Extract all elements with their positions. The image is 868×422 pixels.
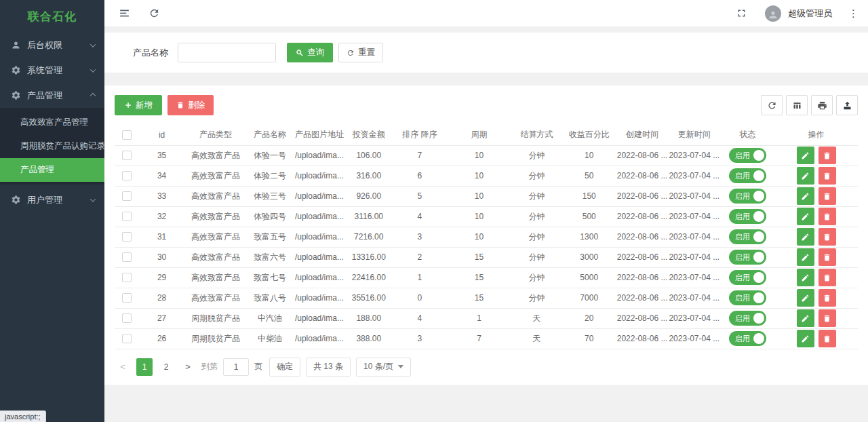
reset-button[interactable]: 重置 <box>338 43 383 62</box>
row-checkbox[interactable] <box>122 293 132 303</box>
table-header-cell[interactable]: 排序 降序 <box>393 125 447 145</box>
trash-icon <box>823 294 831 303</box>
sidebar-item-backend-permissions[interactable]: 后台权限 <box>0 33 104 58</box>
status-toggle[interactable]: 启用 <box>729 270 766 285</box>
status-toggle[interactable]: 启用 <box>729 250 766 265</box>
table-header-cell[interactable]: 状态 <box>720 125 774 145</box>
page-button-2[interactable]: 2 <box>158 358 174 376</box>
edit-row-button[interactable] <box>797 167 814 185</box>
page-unit-label: 页 <box>254 361 262 372</box>
status-toggle[interactable]: 启用 <box>729 189 766 204</box>
table-cell-sort: 5 <box>393 186 447 206</box>
add-button[interactable]: 新增 <box>115 95 162 115</box>
edit-row-button[interactable] <box>797 309 814 327</box>
table-header-cell[interactable]: 投资金额 <box>345 125 393 145</box>
select-all-checkbox[interactable] <box>122 130 132 140</box>
delete-row-button[interactable] <box>818 208 836 225</box>
table-header-cell[interactable]: 结算方式 <box>511 125 562 145</box>
row-checkbox[interactable] <box>122 232 132 242</box>
status-toggle[interactable]: 启用 <box>729 168 766 183</box>
sidebar-item-user-management[interactable]: 用户管理 <box>0 187 104 212</box>
table-header-cell[interactable]: 周期 <box>447 125 511 145</box>
status-toggle[interactable]: 启用 <box>729 311 766 326</box>
status-toggle[interactable]: 启用 <box>729 209 766 224</box>
row-checkbox[interactable] <box>122 191 132 201</box>
row-checkbox-cell <box>115 145 138 166</box>
row-checkbox[interactable] <box>122 334 132 343</box>
page-button-1[interactable]: 1 <box>136 358 153 376</box>
edit-row-button[interactable] <box>797 208 814 225</box>
row-checkbox[interactable] <box>122 212 132 221</box>
edit-row-button[interactable] <box>797 269 814 286</box>
goto-confirm-button[interactable]: 确定 <box>269 358 300 377</box>
export-button[interactable] <box>836 95 858 115</box>
edit-row-button[interactable] <box>797 187 814 205</box>
actions-cell <box>774 227 858 247</box>
sidebar-item-product-management[interactable]: 产品管理 <box>0 83 104 108</box>
delete-row-button[interactable] <box>818 330 836 347</box>
sidebar-item-product-management-active[interactable]: 产品管理 <box>0 158 104 182</box>
delete-row-button[interactable] <box>818 248 836 266</box>
username-label[interactable]: 超级管理员 <box>788 7 832 20</box>
row-checkbox[interactable] <box>122 313 132 323</box>
row-checkbox[interactable] <box>122 252 132 262</box>
status-toggle[interactable]: 启用 <box>729 148 766 163</box>
table-cell-percent: 50 <box>562 166 616 186</box>
edit-row-button[interactable] <box>797 147 814 164</box>
product-name-input[interactable] <box>178 43 276 62</box>
table-refresh-button[interactable] <box>761 95 783 115</box>
table-cell-amount: 388.00 <box>345 328 393 349</box>
table-header-cell[interactable]: 更新时间 <box>668 125 720 145</box>
delete-row-button[interactable] <box>818 228 836 246</box>
delete-button[interactable]: 删除 <box>167 95 214 115</box>
refresh-icon[interactable] <box>148 7 160 20</box>
table-cell-sort: 7 <box>393 145 447 166</box>
table-cell-sort: 4 <box>393 206 447 227</box>
row-checkbox[interactable] <box>122 273 132 282</box>
delete-row-button[interactable] <box>818 269 836 286</box>
status-toggle[interactable]: 启用 <box>729 229 766 244</box>
table-header-cell[interactable]: 创建时间 <box>616 125 669 145</box>
row-checkbox[interactable] <box>122 171 132 180</box>
table-cell-name: 体验三号 <box>246 186 294 206</box>
edit-row-button[interactable] <box>797 330 814 347</box>
table-cell-amount: 22416.00 <box>345 267 393 288</box>
collapse-sidebar-icon[interactable] <box>118 7 130 20</box>
delete-row-button[interactable] <box>818 309 836 327</box>
actions-cell <box>774 247 858 267</box>
table-cell-amount: 13316.00 <box>345 247 393 267</box>
delete-row-button[interactable] <box>818 187 836 205</box>
status-toggle[interactable]: 启用 <box>729 331 766 346</box>
per-page-select[interactable]: 10 条/页 <box>356 358 411 377</box>
table-cell-updated: 2023-07-04 ... <box>668 328 720 349</box>
pencil-icon <box>801 212 810 221</box>
sidebar-item-system-management[interactable]: 系统管理 <box>0 58 104 83</box>
sidebar-item-cycle-purchase-records[interactable]: 周期脱贫产品认购记录 <box>0 134 104 158</box>
next-page-button[interactable]: > <box>180 358 196 376</box>
table-header-cell[interactable]: 产品图片地址 <box>294 125 345 145</box>
table-header-cell[interactable]: 操作 <box>774 125 858 145</box>
row-checkbox[interactable] <box>122 151 132 160</box>
status-toggle[interactable]: 启用 <box>729 290 766 305</box>
delete-row-button[interactable] <box>818 289 836 307</box>
goto-page-input[interactable] <box>223 358 249 376</box>
edit-row-button[interactable] <box>797 289 814 307</box>
fullscreen-icon[interactable] <box>735 7 747 20</box>
prev-page-button[interactable]: < <box>115 358 131 376</box>
table-header-cell[interactable]: 产品类型 <box>185 125 246 145</box>
table-header-cell[interactable]: 收益百分比 <box>562 125 616 145</box>
kebab-menu-icon[interactable]: ⋮ <box>848 7 859 20</box>
table-header-cell[interactable]: 产品名称 <box>246 125 294 145</box>
avatar[interactable] <box>765 5 781 22</box>
table-header-cell[interactable]: id <box>138 125 185 145</box>
status-cell: 启用 <box>720 145 774 166</box>
status-cell: 启用 <box>720 308 774 328</box>
columns-toggle-button[interactable] <box>786 95 808 115</box>
query-button[interactable]: 查询 <box>287 43 333 62</box>
edit-row-button[interactable] <box>797 248 814 266</box>
delete-row-button[interactable] <box>818 147 836 164</box>
delete-row-button[interactable] <box>818 167 836 185</box>
print-button[interactable] <box>811 95 833 115</box>
sidebar-item-rich-product-management[interactable]: 高效致富产品管理 <box>0 111 104 134</box>
edit-row-button[interactable] <box>797 228 814 246</box>
